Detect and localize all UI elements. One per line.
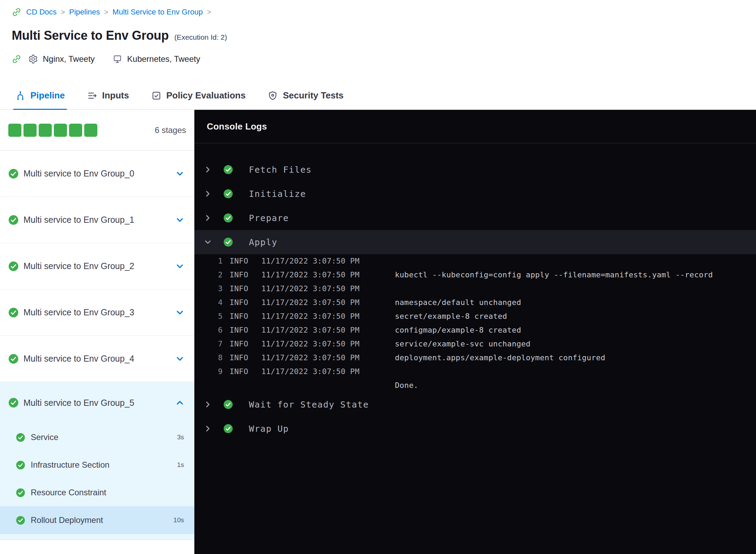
stage-row-0[interactable]: Multi service to Env Group_0 [0,151,194,197]
breadcrumb-link-multi-service-to-env-group[interactable]: Multi Service to Env Group [113,8,203,17]
log-level: INFO [230,365,251,379]
policy-icon [151,90,162,101]
success-check-icon [223,165,233,174]
breadcrumb-separator: > [104,8,108,16]
chevron-down-icon[interactable] [204,238,212,246]
breadcrumb-link-pipelines[interactable]: Pipelines [69,8,100,17]
console-section-label: Wrap Up [249,424,289,434]
chevron-right-icon[interactable] [204,214,212,222]
log-message: service/example-svc unchanged [395,337,531,351]
stage-row-5[interactable]: Multi service to Env Group_5 [0,382,194,423]
chevron-right-icon[interactable] [204,190,212,198]
chevron-right-icon[interactable] [204,425,212,432]
stage-row-2[interactable]: Multi service to Env Group_2 [0,243,194,289]
step-label: Resource Constraint [31,488,184,497]
log-row: 1 INFO 11/17/2022 3:07:50 PM [194,254,756,268]
step-duration: 10s [173,516,184,524]
log-line-number: 1 [194,254,223,268]
log-level: INFO [230,296,251,309]
log-timestamp [261,379,382,392]
stage-label: Multi service to Env Group_4 [23,354,176,364]
log-timestamp: 11/17/2022 3:07:50 PM [261,351,382,365]
log-level: INFO [230,351,251,365]
stage-label: Multi service to Env Group_3 [23,307,176,317]
log-timestamp: 11/17/2022 3:07:50 PM [261,323,382,337]
chevron-up-icon[interactable] [176,399,184,407]
log-row: Done. [194,379,756,392]
stage-row-1[interactable]: Multi service to Env Group_1 [0,197,194,243]
tab-policy-evaluations[interactable]: Policy Evaluations [140,82,257,109]
progress-segment [39,124,52,137]
chevron-down-icon[interactable] [176,308,184,317]
log-level: INFO [230,282,251,296]
success-check-icon [8,169,19,179]
log-timestamp: 11/17/2022 3:07:50 PM [261,296,382,309]
log-message: namespace/default unchanged [395,296,521,309]
log-level: INFO [230,323,251,337]
log-level [230,379,251,392]
step-row-service[interactable]: Service 3s [0,423,194,451]
step-list: Service 3s Infrastructure Section 1s Res… [0,423,194,539]
chevron-right-icon[interactable] [204,401,212,408]
progress-segment [54,124,67,137]
chevron-down-icon[interactable] [176,262,184,270]
log-row: 4 INFO 11/17/2022 3:07:50 PM namespace/d… [194,296,756,309]
log-timestamp: 11/17/2022 3:07:50 PM [261,309,382,323]
tab-pipeline[interactable]: Pipeline [4,82,76,109]
console-section-fetch-files[interactable]: Fetch Files [194,157,756,182]
stage-label: Multi service to Env Group_2 [23,261,176,271]
log-line-number: 9 [194,365,223,379]
log-line-number: 8 [194,351,223,365]
inputs-icon [87,90,97,101]
breadcrumb-separator: > [61,8,65,16]
console-title: Console Logs [207,121,267,132]
console-section-prepare[interactable]: Prepare [194,206,756,230]
step-duration: 3s [177,433,184,441]
console-section-label: Initialize [249,189,306,199]
chevron-down-icon[interactable] [176,216,184,224]
console-section-wrap-up[interactable]: Wrap Up [194,417,756,441]
success-check-icon [16,460,25,470]
success-check-icon [8,398,19,408]
stage-row-4[interactable]: Multi service to Env Group_4 [0,336,194,382]
security-icon [268,90,278,101]
stage-row-3[interactable]: Multi service to Env Group_3 [0,289,194,336]
step-duration: 1s [177,461,184,469]
chevron-down-icon[interactable] [176,170,184,178]
chevron-down-icon[interactable] [176,355,184,363]
content: 6 stages Multi service to Env Group_0 Mu… [0,110,756,554]
log-row: 8 INFO 11/17/2022 3:07:50 PM deployment.… [194,351,756,365]
tab-label: Pipeline [30,90,65,101]
breadcrumb-link-cd-docs[interactable]: CD Docs [26,8,57,17]
console-sections: Fetch Files Initialize Prepare Apply 1 I… [194,143,756,441]
console-section-initialize[interactable]: Initialize [194,182,756,206]
step-row-resource-constraint[interactable]: Resource Constraint [0,479,194,506]
step-row-infrastructure-section[interactable]: Infrastructure Section 1s [0,451,194,479]
tab-security-tests[interactable]: Security Tests [256,82,355,109]
console-section-wait-for-steady-state[interactable]: Wait for Steady State [194,392,756,417]
tabs: Pipeline Inputs Policy Evaluations Secur… [0,82,756,110]
log-block: 1 INFO 11/17/2022 3:07:50 PM 2 INFO 11/1… [194,254,756,392]
tab-inputs[interactable]: Inputs [76,82,140,109]
success-check-icon [8,215,19,225]
success-check-icon [16,433,25,442]
chevron-right-icon[interactable] [204,166,212,173]
stage-list: Multi service to Env Group_0 Multi servi… [0,151,194,540]
gear-icon [28,54,38,64]
success-check-icon [223,237,233,247]
console-section-label: Apply [249,237,278,247]
log-timestamp: 11/17/2022 3:07:50 PM [261,282,382,296]
log-timestamp: 11/17/2022 3:07:50 PM [261,365,382,379]
log-row: 6 INFO 11/17/2022 3:07:50 PM configmap/e… [194,323,756,337]
breadcrumb-items: CD Docs>Pipelines>Multi Service to Env G… [26,8,215,17]
progress-bar [8,124,97,137]
step-row-rollout-deployment[interactable]: Rollout Deployment 10s [0,506,194,534]
breadcrumb-separator: > [207,8,211,16]
log-message: kubectl --kubeconfig=config apply --file… [395,268,713,282]
log-line-number: 6 [194,323,223,337]
execution-meta-row: Nginx, Tweety Kubernetes, Tweety [12,54,744,65]
stage-group-5: Multi service to Env Group_5 Service 3s … [0,382,194,540]
environments-icon [113,54,122,64]
console-section-apply[interactable]: Apply [194,230,756,254]
log-line-number: 5 [194,309,223,323]
